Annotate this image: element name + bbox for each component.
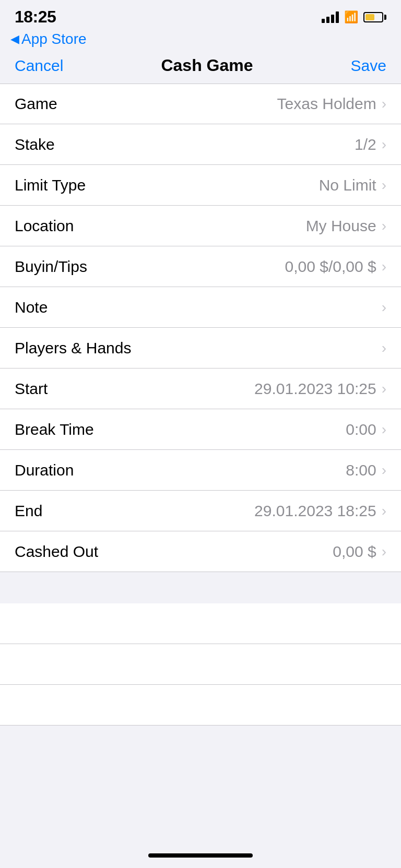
chevron-icon: › [382, 97, 386, 111]
home-indicator [148, 853, 253, 858]
spacer-1 [0, 572, 401, 603]
break-time-label: Break Time [15, 421, 94, 438]
chevron-icon: › [382, 300, 386, 315]
form-section: Game Texas Holdem › Stake 1/2 › Limit Ty… [0, 84, 401, 572]
signal-icon [322, 11, 339, 23]
location-label: Location [15, 217, 74, 235]
empty-form-section [0, 603, 401, 726]
page-title: Cash Game [161, 56, 253, 75]
battery-icon [363, 12, 386, 22]
end-value-group: 29.01.2023 18:25 › [254, 502, 386, 520]
start-label: Start [15, 380, 48, 398]
chevron-icon: › [382, 544, 386, 559]
wifi-icon: 📶 [344, 11, 358, 23]
game-row[interactable]: Game Texas Holdem › [0, 84, 401, 124]
chevron-icon: › [382, 504, 386, 518]
start-value-group: 29.01.2023 10:25 › [254, 380, 386, 398]
status-bar: 18:25 📶 [0, 0, 401, 30]
stake-row[interactable]: Stake 1/2 › [0, 124, 401, 165]
break-time-value-group: 0:00 › [346, 421, 386, 438]
chevron-icon: › [382, 341, 386, 355]
empty-row-3 [0, 685, 401, 726]
buyin-row[interactable]: Buyin/Tips 0,00 $/0,00 $ › [0, 246, 401, 287]
players-hands-row[interactable]: Players & Hands › [0, 328, 401, 368]
end-label: End [15, 502, 42, 520]
save-button[interactable]: Save [351, 57, 386, 75]
start-row[interactable]: Start 29.01.2023 10:25 › [0, 368, 401, 409]
stake-value: 1/2 [355, 136, 376, 153]
location-value-group: My House › [306, 217, 386, 235]
duration-value: 8:00 [346, 461, 376, 479]
limit-type-row[interactable]: Limit Type No Limit › [0, 165, 401, 206]
chevron-icon: › [382, 463, 386, 478]
cashed-out-label: Cashed Out [15, 543, 98, 561]
players-hands-label: Players & Hands [15, 339, 131, 357]
chevron-icon: › [382, 259, 386, 274]
limit-type-label: Limit Type [15, 176, 86, 194]
start-value: 29.01.2023 10:25 [254, 380, 376, 398]
limit-type-value-group: No Limit › [319, 176, 386, 194]
duration-row[interactable]: Duration 8:00 › [0, 450, 401, 491]
end-value: 29.01.2023 18:25 [254, 502, 376, 520]
location-value: My House [306, 217, 376, 235]
break-time-value: 0:00 [346, 421, 376, 438]
status-time: 18:25 [15, 7, 56, 27]
players-hands-value-group: › [376, 341, 386, 355]
chevron-icon: › [382, 219, 386, 233]
break-time-row[interactable]: Break Time 0:00 › [0, 409, 401, 450]
stake-label: Stake [15, 136, 55, 153]
duration-value-group: 8:00 › [346, 461, 386, 479]
end-row[interactable]: End 29.01.2023 18:25 › [0, 491, 401, 531]
limit-type-value: No Limit [319, 176, 376, 194]
note-row[interactable]: Note › [0, 287, 401, 328]
cashed-out-value-group: 0,00 $ › [333, 543, 386, 561]
note-label: Note [15, 299, 48, 316]
nav-bar: Cancel Cash Game Save [0, 51, 401, 84]
back-label: App Store [21, 31, 87, 47]
note-value-group: › [376, 300, 386, 315]
back-arrow-icon: ◀ [10, 32, 19, 46]
duration-label: Duration [15, 461, 74, 479]
cancel-button[interactable]: Cancel [15, 57, 63, 75]
cashed-out-value: 0,00 $ [333, 543, 376, 561]
status-icons: 📶 [322, 11, 386, 23]
buyin-value: 0,00 $/0,00 $ [285, 258, 376, 276]
buyin-label: Buyin/Tips [15, 258, 87, 276]
empty-row-1 [0, 603, 401, 644]
location-row[interactable]: Location My House › [0, 206, 401, 246]
empty-row-2 [0, 644, 401, 685]
cashed-out-row[interactable]: Cashed Out 0,00 $ › [0, 531, 401, 572]
chevron-icon: › [382, 422, 386, 437]
back-nav[interactable]: ◀ App Store [0, 30, 401, 51]
chevron-icon: › [382, 137, 386, 152]
chevron-icon: › [382, 178, 386, 193]
game-value: Texas Holdem [277, 95, 376, 113]
game-value-group: Texas Holdem › [277, 95, 386, 113]
game-label: Game [15, 95, 57, 113]
stake-value-group: 1/2 › [355, 136, 386, 153]
chevron-icon: › [382, 382, 386, 396]
buyin-value-group: 0,00 $/0,00 $ › [285, 258, 386, 276]
